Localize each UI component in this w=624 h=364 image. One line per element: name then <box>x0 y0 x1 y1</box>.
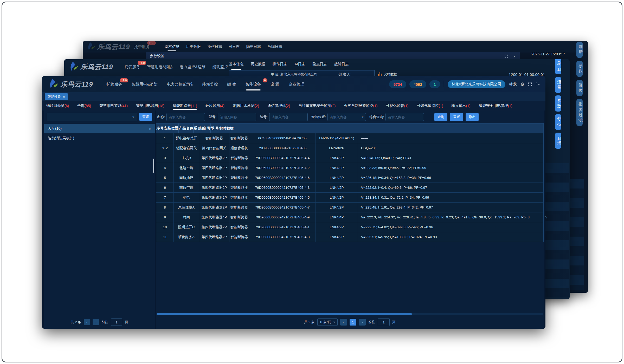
category-tab[interactable]: 可视化监管(1) <box>386 101 408 110</box>
table-row[interactable]: 4 北边空调 第四代断路器2P 智能断路器 79D9600B0000942107… <box>156 163 543 173</box>
category-tab[interactable]: 消防用水检测(2) <box>233 101 259 110</box>
table-row[interactable]: 8 总经理室A 第四代断路器2P 智能断路器 79D9600B000094210… <box>156 203 543 212</box>
back-tab[interactable]: 操作日志 <box>207 44 222 49</box>
table-row[interactable]: 9 总闸 第四代断路器4P 智能断路器 79D9600B000094210727… <box>156 212 543 222</box>
status-count-pill[interactable]: 1 <box>429 80 440 88</box>
back-side-button[interactable]: 参数 <box>576 61 583 77</box>
back-tab[interactable]: 历史数据 <box>186 44 201 49</box>
filter-input[interactable] <box>218 113 256 121</box>
middle-side-button[interactable]: 刷新 <box>555 59 561 74</box>
category-tab[interactable]: 智能安全用电管理(1) <box>479 101 512 110</box>
filter-input[interactable] <box>166 113 205 121</box>
table-row[interactable]: 1 配电箱4p总开 智能断路器 智能断路器 6C4334030000656414… <box>156 133 543 143</box>
back-tab[interactable]: 隐患日志 <box>246 44 261 49</box>
middle-tab[interactable]: 基本信息 <box>229 62 243 67</box>
page-unit-label: 页 <box>125 320 128 324</box>
middle-side-button[interactable]: 流量 <box>555 77 561 93</box>
row-expand-caret[interactable]: ∨ <box>162 146 164 150</box>
main-menu-item[interactable]: 电力监控&运维 <box>167 82 193 87</box>
cell-install-location: 照明总开C <box>174 222 199 232</box>
location-tree-item[interactable]: 大厅(10) ▸ <box>44 124 155 133</box>
tree-scrollbar-thumb[interactable] <box>153 159 154 173</box>
middle-nav: 托管服务 11-0 智慧用电&消防 电力监控&运维 能耗监控 <box>124 64 228 69</box>
back-side-button[interactable]: 复位 <box>576 80 583 96</box>
settings-gear-icon[interactable]: ⚙ <box>520 82 524 87</box>
status-count-pill[interactable]: 4092 <box>409 80 426 88</box>
filter-action-button[interactable]: 重置 <box>450 113 463 121</box>
middle-tab[interactable]: 历史数据 <box>251 62 265 67</box>
category-tab[interactable]: 输入输出(1) <box>452 101 471 110</box>
main-menu-item[interactable]: 设 置 <box>271 82 279 87</box>
cell-device-code: 6C4334030000656414A73C05 <box>249 133 316 143</box>
main-menu-item[interactable]: 能耗监控 <box>202 82 218 87</box>
middle-side-button[interactable]: 新增 <box>555 133 561 149</box>
category-tab[interactable]: 智慧用电监测(18) <box>136 101 164 110</box>
status-count-pill[interactable]: 5734 <box>389 80 406 88</box>
filter-input[interactable] <box>327 113 366 121</box>
horizontal-scrollbar-thumb[interactable] <box>157 313 412 315</box>
category-tab[interactable]: 环境监测(4) <box>205 101 224 110</box>
middle-nav-item[interactable]: 智慧用电&消防 <box>147 64 173 69</box>
table-row[interactable]: 10 照明总开C 第四代断路器2P 智能断路器 79D9600B00009421… <box>156 222 543 232</box>
middle-tab[interactable]: 隐患日志 <box>312 62 327 67</box>
main-menu-item[interactable]: 托管服务 11-0 <box>106 82 122 87</box>
middle-tab[interactable]: 操作日志 <box>273 62 287 67</box>
middle-nav-item[interactable]: 托管服务 11-0 <box>124 64 140 69</box>
main-menu-item[interactable]: 智能设备 6 <box>246 82 261 87</box>
filter-input[interactable] <box>385 113 424 121</box>
open-tab-smart-devices[interactable]: 智能设备 × <box>45 93 68 100</box>
next-page-button[interactable]: › <box>93 319 99 325</box>
table-row[interactable]: 3 主机B 第四代断路器2P 智能断路器 79D9600B00009421072… <box>156 153 543 163</box>
middle-tab[interactable]: AI日志 <box>294 62 305 67</box>
location-tree-item[interactable]: 智慧消防展板(1) <box>44 133 155 143</box>
dialog-expand-icon[interactable] <box>505 55 508 58</box>
back-side-button[interactable]: 报警过滤 <box>576 99 583 126</box>
back-timestamp: 2025-11-27 15:03:17 <box>531 52 565 56</box>
main-menu-item[interactable]: 企业管理 <box>289 82 304 87</box>
middle-side-button[interactable]: 参数 <box>555 95 561 112</box>
fullscreen-icon[interactable] <box>528 82 532 86</box>
table-row[interactable]: 5 南边插座 第四代断路器2P 智能断路器 79D9600B0000942107… <box>156 173 543 183</box>
category-tab[interactable]: 智慧用电节能(41) <box>99 101 128 110</box>
category-tab[interactable]: 火灾自动报警监控(1) <box>344 101 377 110</box>
back-side-button[interactable]: 刷新 <box>576 42 583 58</box>
category-tab[interactable]: 物联网概览(6) <box>46 101 69 110</box>
back-tab[interactable]: 故障日志 <box>268 44 282 49</box>
tab-close-icon[interactable]: × <box>63 95 65 99</box>
user-org-pill[interactable]: 林龙>新北京乐鸟科技有限公司 <box>448 80 505 88</box>
prev-page-button[interactable]: ‹ <box>340 319 347 326</box>
middle-side-button[interactable]: 复位 <box>555 114 561 130</box>
logout-icon[interactable] <box>536 82 540 86</box>
next-page-button[interactable]: › <box>359 319 366 326</box>
filter-action-button[interactable]: 查询 <box>434 113 447 121</box>
back-tab[interactable]: 基本信息 <box>165 44 179 49</box>
back-nav-item[interactable]: 托管服务 11-0 <box>134 44 150 49</box>
table-row[interactable]: 7 弱电 第四代断路器2P 智能断路器 79D9600B000094210727… <box>156 193 543 203</box>
location-search-button[interactable]: 查询 <box>139 113 152 121</box>
category-tab[interactable]: 全部(85) <box>77 101 91 110</box>
middle-nav-item[interactable]: 能耗监控 <box>212 64 228 69</box>
cell-system: 智能断路器 <box>229 222 249 232</box>
table-row[interactable]: ∨2 总配电箱网关 第四代智能网关 通信管理机 79D9600B00009421… <box>156 143 543 153</box>
filter-input[interactable] <box>269 113 308 121</box>
location-select[interactable]: ∨ <box>47 113 137 121</box>
category-tab[interactable]: 智能断路器(11) <box>173 101 197 110</box>
dialog-close-icon[interactable]: × <box>513 54 516 58</box>
current-page-button[interactable]: 1 <box>350 319 356 326</box>
category-tab[interactable]: 通信管理机(2) <box>267 101 290 110</box>
filter-action-button[interactable]: 导出 <box>466 113 479 121</box>
main-menu-item[interactable]: 缴 费 <box>227 82 236 87</box>
page-number-input[interactable] <box>111 318 122 326</box>
page-number-input[interactable] <box>378 318 390 326</box>
middle-tab[interactable]: 故障日志 <box>334 62 349 67</box>
category-tab[interactable]: 自行车充电安全监测(2) <box>298 101 336 110</box>
page-size-select[interactable]: 10条/页∨ <box>317 318 338 326</box>
main-menu-item[interactable]: 智慧用电&消防 <box>131 82 157 87</box>
middle-nav-item[interactable]: 电力监控&运维 <box>179 64 205 69</box>
category-tab[interactable]: 可燃气体监控(1) <box>417 101 443 110</box>
back-tab[interactable]: AI日志 <box>229 44 239 49</box>
user-name[interactable]: 林龙 <box>509 82 517 87</box>
table-row[interactable]: 11 研发财务A 第四代断路器2P 智能断路器 79D9600B00009421… <box>156 232 543 242</box>
table-row[interactable]: 6 南边空调 第四代断路器2P 智能断路器 79D9600B0000942107… <box>156 183 543 193</box>
prev-page-button[interactable]: ‹ <box>84 319 90 325</box>
